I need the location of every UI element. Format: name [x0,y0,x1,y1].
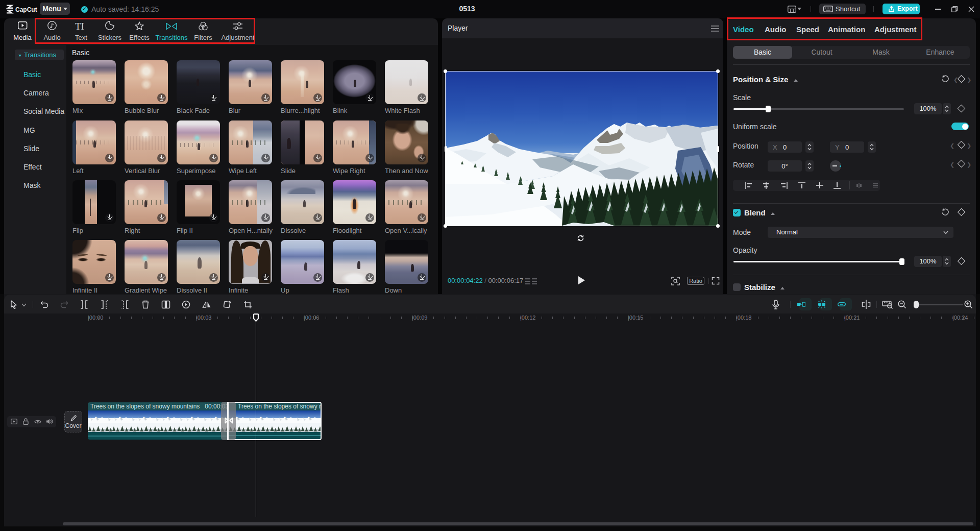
svg-text:CapCut: CapCut [15,6,37,13]
